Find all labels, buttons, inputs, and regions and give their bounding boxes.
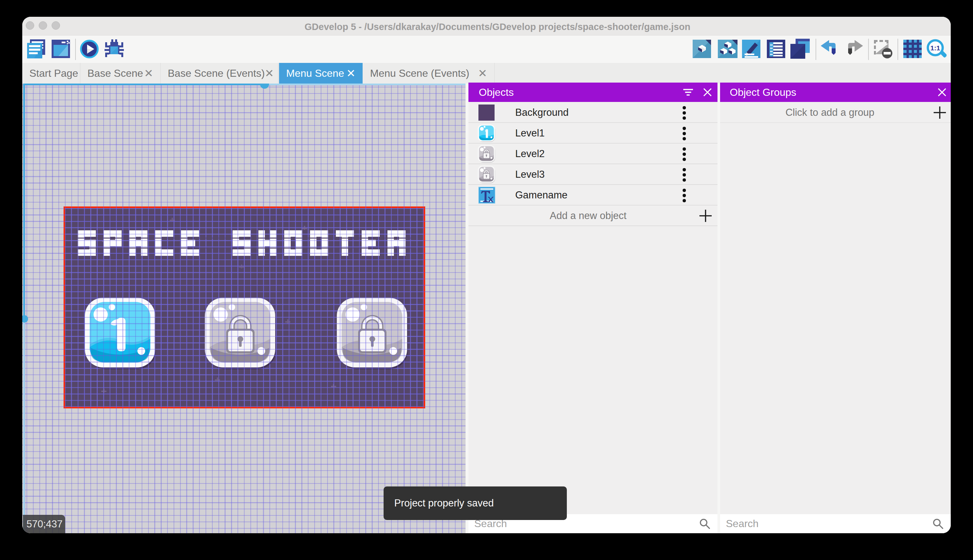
svg-text:1:1: 1:1: [930, 44, 940, 52]
